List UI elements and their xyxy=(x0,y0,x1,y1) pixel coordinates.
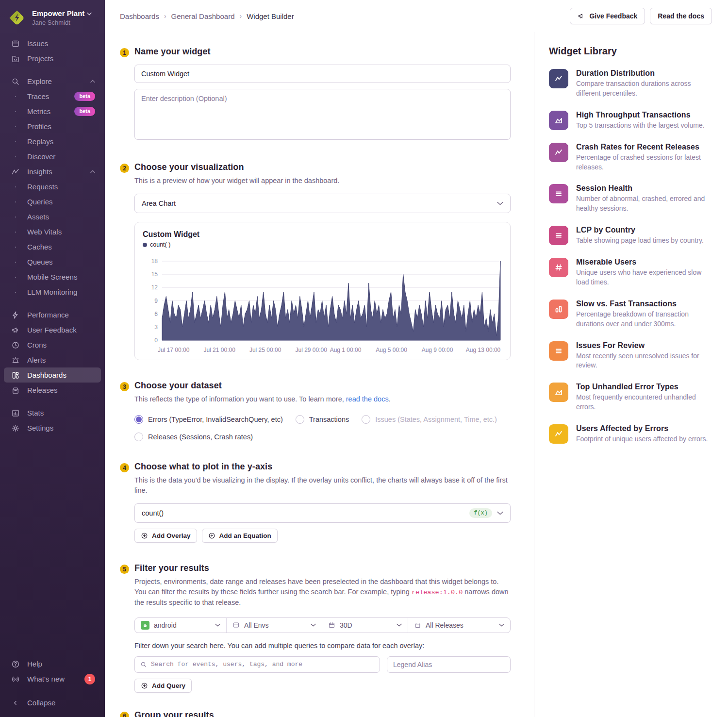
library-item-slow-vs-fast[interactable]: Slow vs. Fast Transactions Percentage br… xyxy=(549,300,709,329)
sidebar-item-stats[interactable]: Stats xyxy=(4,405,101,420)
legend-label: count( ) xyxy=(150,241,170,248)
widget-title-input[interactable] xyxy=(134,65,511,83)
add-query-button[interactable]: Add Query xyxy=(134,679,192,693)
plus-circle-icon xyxy=(141,532,148,539)
sidebar-item-projects[interactable]: Projects xyxy=(4,51,101,66)
list-icon xyxy=(549,184,568,203)
step-title: Choose what to plot in the y-axis xyxy=(134,462,511,472)
sidebar-group-explore[interactable]: Explore xyxy=(4,74,101,89)
library-item-crash-rates[interactable]: Crash Rates for Recent Releases Percenta… xyxy=(549,143,709,172)
sidebar-item-requests[interactable]: ·Requests xyxy=(4,179,101,194)
breadcrumb-dashboards[interactable]: Dashboards xyxy=(120,12,159,20)
sidebar-collapse-button[interactable]: Collapse xyxy=(4,695,101,710)
sidebar-item-web-vitals[interactable]: ·Web Vitals xyxy=(4,224,101,239)
dashboards-icon xyxy=(11,371,20,380)
svg-text:Aug 1 00:00: Aug 1 00:00 xyxy=(330,347,362,353)
library-item-duration-distribution[interactable]: Duration Distribution Compare transactio… xyxy=(549,69,709,99)
step-title: Name your widget xyxy=(134,47,511,57)
library-item-high-throughput[interactable]: High Throughput Transactions Top 5 trans… xyxy=(549,111,709,131)
add-overlay-button[interactable]: Add Overlay xyxy=(134,529,197,543)
legend-alias-input[interactable] xyxy=(387,656,511,673)
sidebar-group-insights[interactable]: Insights xyxy=(4,164,101,179)
sidebar-item-traces[interactable]: · Traces beta xyxy=(4,89,101,104)
sidebar-item-queues[interactable]: ·Queues xyxy=(4,254,101,269)
sidebar-item-queries[interactable]: ·Queries xyxy=(4,194,101,209)
svg-text:Jul 25 00:00: Jul 25 00:00 xyxy=(249,347,281,353)
window-icon xyxy=(232,621,240,629)
sidebar-item-dashboards[interactable]: Dashboards xyxy=(4,367,101,383)
query-search-input[interactable] xyxy=(151,661,374,668)
svg-text:Aug 5 00:00: Aug 5 00:00 xyxy=(376,347,407,353)
search-icon xyxy=(140,661,147,668)
content-area: Dashboards › General Dashboard › Widget … xyxy=(105,0,728,717)
widget-library-panel: Widget Library Duration Distribution Com… xyxy=(534,32,728,717)
gear-icon xyxy=(11,424,20,433)
sidebar-item-crons[interactable]: Crons xyxy=(4,337,101,352)
sidebar-item-user-feedback[interactable]: User Feedback xyxy=(4,322,101,337)
visualization-select[interactable]: Area Chart xyxy=(134,194,511,213)
library-item-issues-for-review[interactable]: Issues For Review Most recently seen unr… xyxy=(549,341,709,371)
library-item-lcp-by-country[interactable]: LCP by Country Table showing page load t… xyxy=(549,226,709,246)
app-root: Empower Plant Jane Schmidt Issues Projec… xyxy=(0,0,728,717)
sidebar-item-discover[interactable]: · Discover xyxy=(4,149,101,164)
widget-library-title: Widget Library xyxy=(549,46,709,57)
sidebar-item-performance[interactable]: Performance xyxy=(4,307,101,322)
dataset-option-transactions[interactable]: Transactions xyxy=(296,415,349,424)
svg-text:Jul 21 00:00: Jul 21 00:00 xyxy=(203,347,235,353)
read-docs-button[interactable]: Read the docs xyxy=(650,8,712,24)
sidebar-item-releases[interactable]: Releases xyxy=(4,383,101,398)
library-item-top-unhandled-errors[interactable]: Top Unhandled Error Types Most frequentl… xyxy=(549,383,709,412)
library-item-session-health[interactable]: Session Health Number of abnormal, crash… xyxy=(549,184,709,214)
chevron-down-icon xyxy=(499,623,504,627)
sidebar-item-mobile-screens[interactable]: ·Mobile Screens xyxy=(4,269,101,284)
sidebar-item-alerts[interactable]: Alerts xyxy=(4,352,101,367)
sidebar-item-settings[interactable]: Settings xyxy=(4,420,101,435)
step-name-widget: 1 Name your widget xyxy=(120,47,511,142)
projects-icon xyxy=(11,54,20,63)
chevron-up-icon xyxy=(90,170,95,173)
sidebar-item-caches[interactable]: ·Caches xyxy=(4,239,101,254)
step-y-axis: 4 Choose what to plot in the y-axis This… xyxy=(120,462,511,543)
library-item-users-affected[interactable]: Users Affected by Errors Footprint of un… xyxy=(549,424,709,444)
y-axis-field-select[interactable]: count() f(x) xyxy=(134,503,511,523)
sidebar-item-metrics[interactable]: · Metrics beta xyxy=(4,104,101,119)
lightning-icon xyxy=(11,311,20,319)
read-docs-link[interactable]: read the docs xyxy=(346,395,389,403)
sidebar-item-profiles[interactable]: · Profiles xyxy=(4,119,101,134)
archive-icon xyxy=(414,621,421,629)
breadcrumb-separator: › xyxy=(239,12,242,20)
step-dataset: 3 Choose your dataset This reflects the … xyxy=(120,381,511,441)
project-filter[interactable]: android xyxy=(135,618,227,633)
library-item-miserable-users[interactable]: Miserable Users Unique users who have ex… xyxy=(549,258,709,287)
megaphone-icon xyxy=(578,12,585,20)
sidebar-item-replays[interactable]: · Replays xyxy=(4,134,101,149)
sidebar-item-assets[interactable]: ·Assets xyxy=(4,209,101,224)
clock-icon xyxy=(11,341,20,350)
environment-filter[interactable]: All Envs xyxy=(227,618,322,633)
widget-preview-card: Custom Widget count( ) 0369121518Jul 17 … xyxy=(134,222,511,360)
breadcrumb-general-dashboard[interactable]: General Dashboard xyxy=(171,12,235,20)
step-subtitle: Projects, environments, date range and r… xyxy=(134,577,511,608)
add-equation-button[interactable]: Add an Equation xyxy=(202,529,278,543)
dataset-option-releases[interactable]: Releases (Sessions, Crash rates) xyxy=(134,433,253,441)
svg-text:Aug 9 00:00: Aug 9 00:00 xyxy=(422,347,453,353)
date-range-filter[interactable]: 30D xyxy=(322,618,408,633)
org-switcher[interactable]: Empower Plant Jane Schmidt xyxy=(0,8,105,36)
dataset-radio-group: Errors (TypeError, InvalidSearchQuery, e… xyxy=(134,415,511,441)
sidebar-item-llm-monitoring[interactable]: ·LLM Monitoring xyxy=(4,284,101,300)
releases-filter[interactable]: All Releases xyxy=(408,618,510,633)
give-feedback-button[interactable]: Give Feedback xyxy=(570,8,645,24)
step-number-badge: 3 xyxy=(120,382,129,391)
sidebar-item-whats-new[interactable]: What's new 1 xyxy=(4,671,101,686)
function-pill: f(x) xyxy=(469,508,492,518)
svg-text:0: 0 xyxy=(154,337,158,344)
dataset-option-errors[interactable]: Errors (TypeError, InvalidSearchQuery, e… xyxy=(134,415,283,424)
widget-description-input[interactable] xyxy=(134,89,511,140)
line-chart-icon xyxy=(549,143,568,162)
broadcast-icon xyxy=(11,675,20,684)
chevron-down-icon xyxy=(311,623,316,627)
sidebar-item-issues[interactable]: Issues xyxy=(4,36,101,51)
sidebar-item-help[interactable]: Help xyxy=(4,656,101,671)
svg-text:Jul 17 00:00: Jul 17 00:00 xyxy=(158,347,190,353)
insights-icon xyxy=(11,167,20,176)
